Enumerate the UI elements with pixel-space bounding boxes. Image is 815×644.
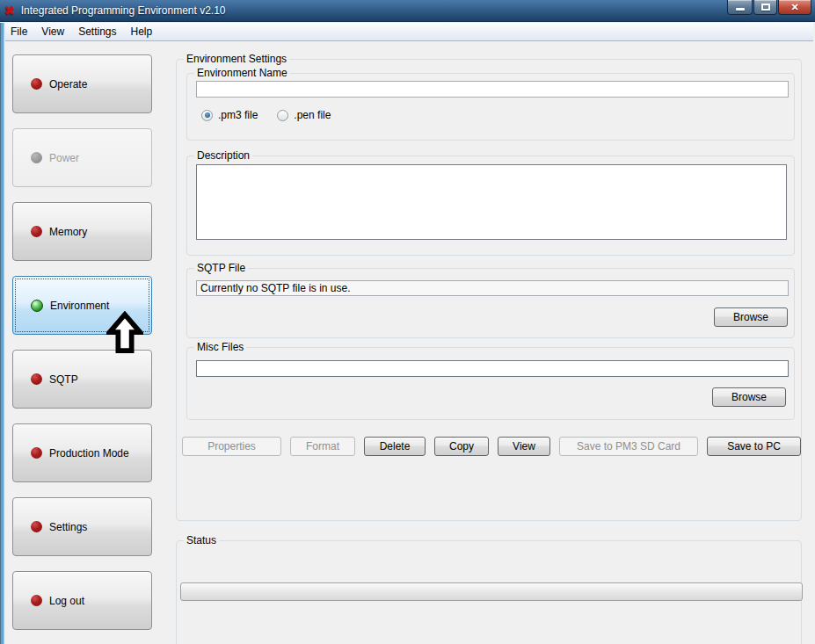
sidebar-item-label: Settings	[49, 521, 87, 533]
misc-files-input[interactable]	[196, 360, 789, 377]
menu-help[interactable]: Help	[124, 24, 160, 40]
sidebar-item-label: Power	[49, 152, 79, 164]
sidebar-item-label: Production Mode	[49, 447, 129, 459]
sqtp-browse-button[interactable]: Browse	[714, 308, 788, 327]
radio-label: .pm3 file	[218, 109, 258, 121]
description-group-label: Description	[194, 149, 252, 162]
action-button-row: Properties Format Delete Copy View Save …	[182, 437, 803, 456]
menu-settings[interactable]: Settings	[71, 24, 123, 40]
properties-button: Properties	[182, 437, 281, 456]
titlebar[interactable]: ✖ Integrated Programming Environment v2.…	[0, 0, 815, 22]
format-button: Format	[290, 437, 355, 456]
description-group: Description	[186, 156, 795, 256]
copy-button[interactable]: Copy	[434, 437, 489, 456]
environment-name-group: Environment Name .pm3 file .pen file	[186, 73, 795, 141]
radio-pm3-file[interactable]: .pm3 file	[201, 109, 258, 121]
sidebar-item-label: Memory	[49, 226, 87, 238]
environment-settings-group-label: Environment Settings	[184, 53, 289, 65]
close-button[interactable]: ✕	[778, 0, 811, 15]
sidebar-item-operate[interactable]: Operate	[12, 54, 152, 113]
sidebar-item-sqtp[interactable]: SQTP	[12, 350, 152, 409]
misc-files-group-label: Misc Files	[194, 341, 246, 353]
window-left-border	[0, 23, 5, 644]
minimize-button[interactable]	[727, 0, 753, 15]
app-logo-icon: ✖	[4, 4, 15, 17]
sidebar-item-label: Log out	[49, 595, 84, 607]
radio-selected-icon	[201, 110, 213, 121]
red-indicator-icon	[31, 447, 42, 459]
sqtp-file-group-label: SQTP File	[194, 262, 248, 274]
sidebar-item-log-out[interactable]: Log out	[12, 571, 152, 630]
sidebar-item-label: Environment	[50, 300, 109, 312]
red-indicator-icon	[31, 78, 42, 90]
status-progress-bar	[180, 582, 803, 601]
menu-view[interactable]: View	[34, 24, 71, 40]
red-indicator-icon	[31, 521, 42, 532]
green-indicator-icon	[31, 300, 43, 312]
save-to-sd-card-button: Save to PM3 SD Card	[559, 437, 698, 456]
menu-file[interactable]: File	[4, 24, 34, 40]
menu-bar: File View Settings Help	[3, 23, 813, 41]
minimize-icon	[736, 8, 745, 11]
sidebar-item-memory[interactable]: Memory	[12, 202, 152, 261]
environment-name-input[interactable]	[196, 81, 789, 98]
window-title: Integrated Programming Environment v2.10	[21, 4, 226, 17]
maximize-icon	[761, 4, 770, 11]
close-icon: ✕	[790, 2, 798, 13]
file-type-radio-group: .pm3 file .pen file	[201, 109, 350, 121]
sidebar-item-label: Operate	[49, 78, 87, 90]
sidebar-item-settings[interactable]: Settings	[12, 497, 152, 556]
sidebar-item-power: Power	[12, 128, 152, 187]
red-indicator-icon	[31, 373, 42, 385]
window-controls: ✕	[726, 0, 811, 15]
radio-label: .pen file	[294, 109, 331, 121]
radio-pen-file[interactable]: .pen file	[277, 109, 331, 121]
sqtp-file-path-field	[196, 280, 789, 296]
maximize-button[interactable]	[753, 0, 777, 15]
description-textarea[interactable]	[196, 164, 787, 240]
environment-name-group-label: Environment Name	[194, 67, 290, 79]
sidebar-item-production-mode[interactable]: Production Mode	[12, 423, 152, 482]
status-group-label: Status	[184, 534, 219, 546]
gray-indicator-icon	[31, 152, 42, 163]
delete-button[interactable]: Delete	[364, 437, 426, 456]
misc-browse-button[interactable]: Browse	[712, 387, 786, 407]
view-button[interactable]: View	[498, 437, 550, 456]
red-indicator-icon	[31, 226, 42, 237]
red-indicator-icon	[31, 595, 42, 606]
sqtp-file-group: SQTP File Browse	[186, 268, 795, 338]
radio-unselected-icon	[277, 110, 288, 121]
sidebar-item-label: SQTP	[49, 373, 78, 386]
misc-files-group: Misc Files Browse	[186, 347, 795, 420]
save-to-pc-button[interactable]: Save to PC	[707, 437, 801, 456]
sidebar-item-environment[interactable]: Environment	[12, 276, 152, 335]
